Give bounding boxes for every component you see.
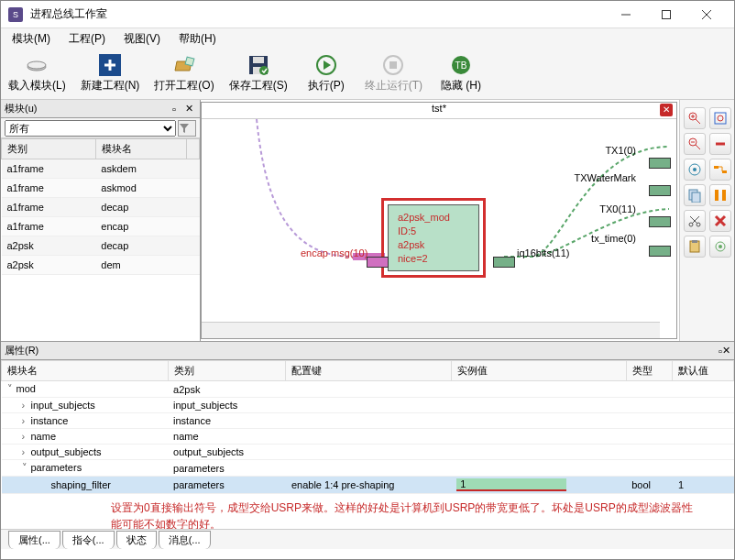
module-panel-header: 模块(u) ▫ ✕ (1, 100, 200, 118)
table-row[interactable]: ˅moda2psk (2, 381, 734, 398)
svg-line-20 (696, 119, 700, 124)
node-line: a2psk_mod (398, 211, 469, 225)
svg-rect-31 (714, 166, 719, 169)
port-label-encap: encap msg(10) (301, 247, 368, 258)
col-category[interactable]: 类别 (2, 139, 96, 159)
canvas-hscroll[interactable] (202, 322, 660, 338)
table-row[interactable]: a2pskdecap (2, 236, 200, 256)
misc-button[interactable] (709, 236, 731, 258)
port-tx0[interactable] (649, 216, 671, 227)
property-panel: 属性(R) ▫ ✕ 模块名类别配置键实例值类型默认值 ˅moda2psk›inp… (1, 341, 734, 529)
canvas-close-button[interactable]: ✕ (660, 104, 673, 116)
node-line: nice=2 (398, 252, 469, 266)
panel-title: 模块(u) (5, 102, 37, 115)
filter-button[interactable] (178, 120, 196, 137)
table-row[interactable]: shaping_filterparametersenable 1:4 pre-s… (2, 477, 734, 494)
port-tx1[interactable] (649, 158, 671, 169)
toolbar: 载入模块(L) 新建工程(N) 打开工程(O) 保存工程(S) 执行(P) 终止… (1, 49, 734, 100)
maximize-button[interactable] (646, 2, 686, 27)
table-row[interactable]: ›namename (2, 429, 734, 445)
table-row[interactable]: a1frameaskmod (2, 179, 200, 198)
open-icon (173, 54, 195, 76)
svg-point-5 (27, 61, 46, 69)
tool-label: 隐藏 (H) (441, 78, 481, 93)
delete-button[interactable] (709, 133, 731, 155)
filter-select[interactable]: 所有 (5, 120, 176, 137)
table-row[interactable]: a1framedecap (2, 198, 200, 217)
tab-prop[interactable]: 属性(... (8, 531, 60, 549)
new-project-button[interactable]: 新建工程(N) (73, 50, 148, 98)
load-module-button[interactable]: 载入模块(L) (1, 50, 73, 98)
connect-icon (713, 162, 728, 177)
scissor-icon (687, 214, 702, 228)
menu-project[interactable]: 工程(P) (61, 29, 113, 49)
node-a2psk-mod[interactable]: a2psk_mod ID:5 a2psk nice=2 (381, 198, 486, 278)
property-body[interactable]: 模块名类别配置键实例值类型默认值 ˅moda2psk›input_subject… (1, 360, 734, 529)
panel-title: 属性(R) (5, 344, 38, 357)
align-icon (713, 188, 728, 203)
zoom-in-button[interactable] (684, 107, 706, 129)
table-row[interactable]: a2pskdem (2, 256, 200, 275)
hide-icon: TB (450, 54, 472, 76)
copy-button[interactable] (684, 184, 706, 206)
menu-module[interactable]: 模块(M) (5, 29, 58, 49)
menu-view[interactable]: 视图(V) (116, 29, 168, 49)
tab-cmd[interactable]: 指令(... (62, 531, 115, 549)
svg-point-24 (718, 115, 723, 121)
table-row[interactable]: ›input_subjectsinput_subjects (2, 398, 734, 413)
tab-status[interactable]: 状态 (116, 531, 157, 549)
open-project-button[interactable]: 打开工程(O) (147, 50, 221, 98)
hide-button[interactable]: TB 隐藏 (H) (430, 50, 492, 98)
port-label-txwm: TXWaterMark (575, 172, 636, 183)
col-header[interactable]: 类型 (626, 361, 673, 381)
col-header[interactable]: 实例值 (451, 361, 626, 381)
table-row[interactable]: a1frameaskdem (2, 159, 200, 179)
svg-rect-32 (722, 170, 727, 173)
save-project-button[interactable]: 保存工程(S) (222, 50, 295, 98)
col-header[interactable]: 默认值 (673, 361, 734, 381)
svg-rect-36 (722, 190, 726, 201)
panel-close-icon[interactable]: ✕ (181, 103, 196, 115)
col-header[interactable]: 配置键 (286, 361, 451, 381)
paste-button[interactable] (684, 236, 706, 258)
filter-row: 所有 (1, 118, 200, 138)
svg-rect-34 (692, 192, 700, 203)
disc-button[interactable] (684, 159, 706, 181)
menu-help[interactable]: 帮助(H) (171, 29, 224, 49)
canvas-viewport[interactable]: encap msg(10) a2psk_mod ID:5 a2psk nice=… (202, 119, 676, 322)
property-table[interactable]: 模块名类别配置键实例值类型默认值 ˅moda2psk›input_subject… (1, 360, 734, 494)
port-in[interactable] (367, 257, 389, 268)
canvas-main[interactable]: tst* ✕ encap msg(10) a2psk_mod (201, 102, 677, 339)
module-table[interactable]: 类别 模块名 a1frameaskdema1frameaskmoda1frame… (1, 138, 200, 341)
close-button[interactable] (686, 2, 727, 27)
wire-iq (477, 119, 676, 322)
col-name[interactable]: 模块名 (95, 139, 186, 159)
execute-button[interactable]: 执行(P) (295, 50, 357, 98)
titlebar: S 进程总线工作室 (1, 1, 734, 28)
cut-button[interactable] (684, 210, 706, 232)
port-label-txtime: tx_time(0) (591, 233, 636, 244)
remove-button[interactable] (709, 210, 731, 232)
col-header[interactable]: 类别 (168, 361, 286, 381)
clipboard-icon (687, 239, 702, 254)
table-row[interactable]: ˅parametersparameters (2, 460, 734, 477)
table-row[interactable]: ›output_subjectsoutput_subjects (2, 445, 734, 460)
port-label-tx1: TX1(0) (605, 145, 636, 156)
col-scroll (187, 139, 200, 159)
tab-msg[interactable]: 消息(... (159, 531, 211, 549)
port-txtime[interactable] (649, 246, 671, 257)
port-out[interactable] (493, 257, 515, 268)
table-row[interactable]: ›instanceinstance (2, 413, 734, 429)
connect-button[interactable] (709, 159, 731, 181)
undock-icon[interactable]: ▫ (167, 104, 181, 115)
window-title: 进程总线工作室 (30, 6, 606, 22)
zoom-fit-button[interactable] (709, 107, 731, 129)
align-button[interactable] (709, 184, 731, 206)
panel-close-icon[interactable]: ✕ (722, 345, 730, 357)
minimize-button[interactable] (606, 2, 646, 27)
col-header[interactable]: 模块名 (2, 361, 169, 381)
table-row[interactable]: a1frameencap (2, 217, 200, 236)
port-txwm[interactable] (649, 185, 671, 196)
zoom-out-button[interactable] (684, 133, 706, 155)
workspace: 模块(u) ▫ ✕ 所有 类别 模块名 a1frameaskdema1frame… (1, 100, 734, 341)
